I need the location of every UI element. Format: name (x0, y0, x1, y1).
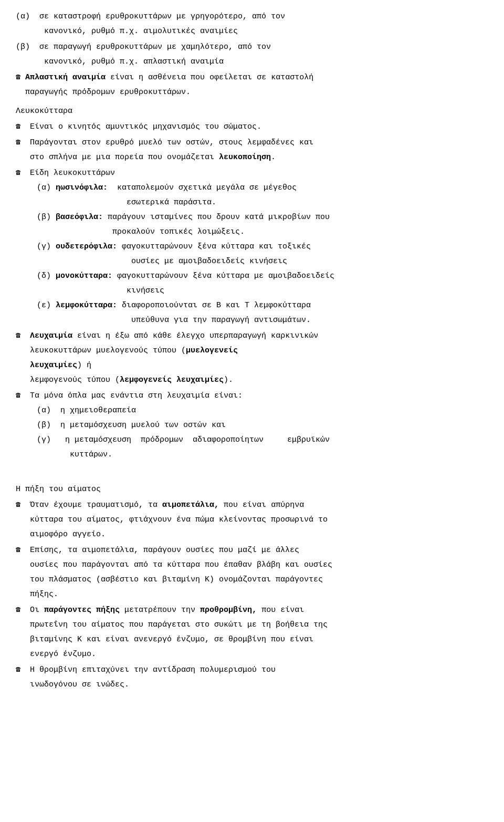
section-coagulation: Η πήξη του αίματος (16, 464, 488, 496)
paragraph-leuko-types: ☎ Είδη λευκοκυττάρων (α) ηωσινόφιλα: κατ… (16, 167, 488, 327)
paragraph-leuko-2: ☎ Παράγονται στον ερυθρό μυελό των οστών… (16, 137, 488, 164)
section-leukocytes: Λευκοκύτταρα (16, 105, 488, 118)
paragraph-coag-2: ☎ Επίσης, τα αιμοπετάλια, παράγουν ουσίε… (16, 544, 488, 601)
paragraph-2: (β) σε παραγωγή ερυθροκυττάρων με χαμηλό… (16, 41, 488, 68)
paragraph-leukemia: ☎ Λευχαιμία είναι η έξω από κάθε έλεγχο … (16, 330, 488, 387)
main-content: (α) σε καταστροφή ερυθροκυττάρων με γρηγ… (16, 11, 488, 691)
paragraph-coag-3: ☎ Οι παράγοντες πήξης μετατρέπουν την πρ… (16, 604, 488, 661)
paragraph-3: ☎ Απλαστική αναιμία είναι η ασθένεια που… (16, 71, 488, 99)
paragraph-weapons: ☎ Τα μόνα όπλα μας ενάντια στη λευχαιμία… (16, 390, 488, 461)
paragraph-1: (α) σε καταστροφή ερυθροκυττάρων με γρηγ… (16, 11, 488, 38)
paragraph-coag-4: ☎ Η θρομβίνη επιταχύνει την αντίδραση πο… (16, 664, 488, 691)
paragraph-coag-1: ☎ Όταν έχουμε τραυματισμό, τα αιμοπετάλι… (16, 499, 488, 541)
paragraph-leuko-1: ☎ Είναι ο κινητός αμυντικός μηχανισμός τ… (16, 121, 488, 133)
